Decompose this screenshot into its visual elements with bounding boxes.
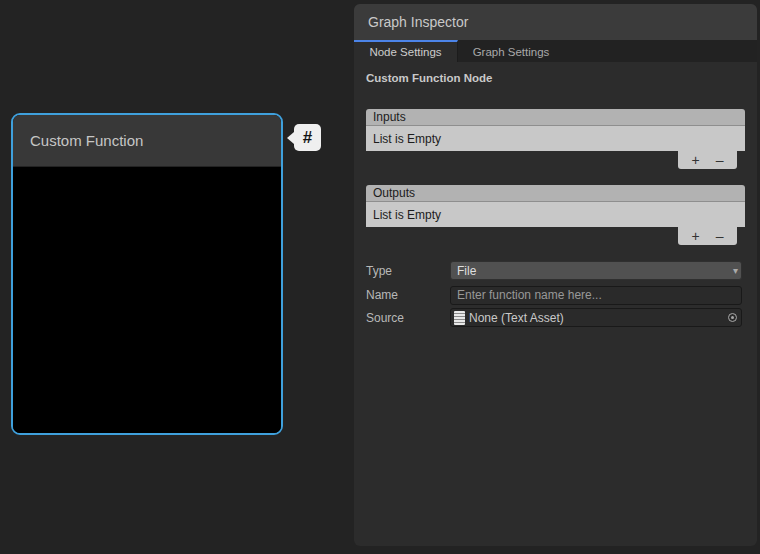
inputs-list-header: Inputs: [366, 109, 745, 126]
remove-input-button[interactable]: –: [716, 153, 724, 167]
name-label: Name: [366, 288, 450, 302]
add-output-button[interactable]: +: [692, 229, 700, 243]
outputs-list-empty-row: List is Empty: [366, 202, 745, 227]
source-object-field[interactable]: None (Text Asset): [450, 308, 742, 327]
source-row: Source None (Text Asset): [366, 308, 745, 327]
node-preview-body[interactable]: [13, 167, 281, 433]
panel-header[interactable]: Graph Inspector: [354, 4, 757, 40]
picker-ring: [728, 313, 737, 322]
type-label: Type: [366, 264, 450, 278]
tab-label: Graph Settings: [473, 46, 550, 58]
node-settings-heading: Custom Function Node: [366, 72, 493, 84]
outputs-list-header: Outputs: [366, 185, 745, 202]
custom-function-node[interactable]: Custom Function: [11, 113, 283, 435]
outputs-list: Outputs List is Empty + –: [366, 185, 745, 245]
inputs-list: Inputs List is Empty + –: [366, 109, 745, 169]
type-dropdown-value: File: [457, 264, 476, 278]
text-asset-icon: [454, 311, 465, 325]
inputs-list-title: Inputs: [373, 110, 406, 124]
list-empty-text: List is Empty: [373, 132, 441, 146]
node-hash-badge[interactable]: #: [294, 124, 321, 151]
name-row: Name: [366, 285, 745, 304]
object-picker-icon[interactable]: [723, 309, 741, 326]
type-row: Type File ▾: [366, 261, 745, 280]
type-dropdown[interactable]: File ▾: [450, 261, 742, 280]
tab-graph-settings[interactable]: Graph Settings: [458, 40, 564, 62]
inputs-list-empty-row: List is Empty: [366, 126, 745, 151]
source-label: Source: [366, 311, 450, 325]
list-empty-text: List is Empty: [373, 208, 441, 222]
tab-label: Node Settings: [369, 46, 441, 58]
badge-tail: [287, 132, 294, 144]
function-name-input[interactable]: [450, 286, 742, 305]
panel-title: Graph Inspector: [368, 14, 468, 30]
tab-bar: Node Settings Graph Settings: [354, 40, 757, 62]
inputs-list-footer: + –: [678, 151, 737, 169]
source-object-value: None (Text Asset): [469, 311, 564, 325]
graph-inspector-panel: Graph Inspector Node Settings Graph Sett…: [354, 4, 757, 546]
hash-icon: #: [303, 128, 312, 148]
outputs-list-title: Outputs: [373, 186, 415, 200]
node-title: Custom Function: [30, 132, 143, 149]
picker-dot: [731, 316, 734, 319]
outputs-list-footer: + –: [678, 227, 737, 245]
chevron-down-icon: ▾: [733, 264, 738, 275]
node-titlebar[interactable]: Custom Function: [13, 115, 281, 167]
remove-output-button[interactable]: –: [716, 229, 724, 243]
add-input-button[interactable]: +: [692, 153, 700, 167]
tab-node-settings[interactable]: Node Settings: [354, 40, 458, 62]
